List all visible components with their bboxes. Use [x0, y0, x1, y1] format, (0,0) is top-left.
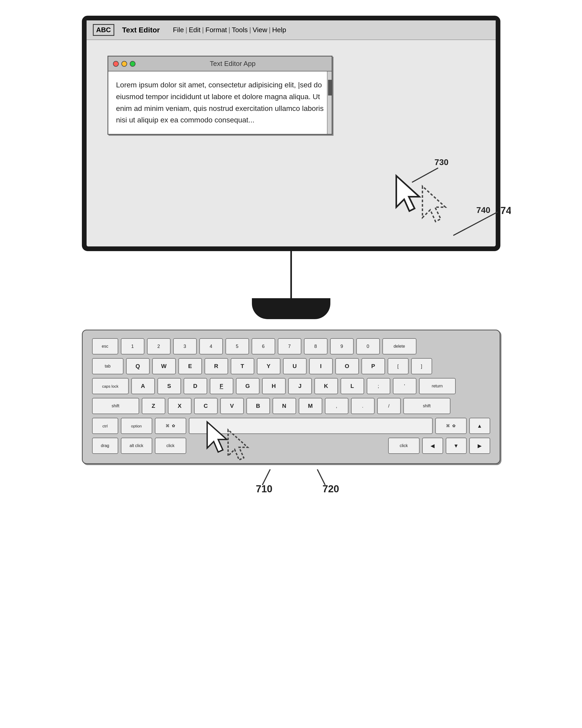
text-710: 710 [256, 484, 272, 494]
keyboard-wrapper: esc 1 2 3 4 5 6 7 8 9 0 delete tab Q W E… [82, 330, 500, 495]
key-ctrl[interactable]: ctrl [92, 418, 118, 434]
keyboard: esc 1 2 3 4 5 6 7 8 9 0 delete tab Q W E… [82, 330, 500, 464]
key-v[interactable]: V [220, 398, 244, 414]
key-8[interactable]: 8 [304, 338, 327, 355]
key-comma[interactable]: , [325, 398, 348, 414]
key-7[interactable]: 7 [278, 338, 301, 355]
key-click-right[interactable]: click [388, 438, 420, 454]
key-capslock[interactable]: caps lock [92, 378, 129, 394]
keyboard-cursor-svg [197, 419, 270, 461]
key-i[interactable]: I [309, 358, 333, 374]
key-esc[interactable]: esc [92, 338, 118, 355]
traffic-light-red[interactable] [113, 61, 119, 67]
menu-tools[interactable]: Tools [232, 26, 248, 34]
menu-bar: ABC Text Editor File | Edit | Format | T… [86, 20, 496, 40]
key-g[interactable]: G [236, 378, 260, 394]
key-f[interactable]: F [210, 378, 233, 394]
key-return[interactable]: return [419, 378, 456, 394]
menu-view[interactable]: View [253, 26, 267, 34]
key-lbracket[interactable]: [ [388, 358, 408, 374]
menu-help[interactable]: Help [272, 26, 286, 34]
key-e[interactable]: E [178, 358, 202, 374]
key-2[interactable]: 2 [147, 338, 170, 355]
key-arrow-right[interactable]: ▶ [469, 438, 490, 454]
key-tab[interactable]: tab [92, 358, 124, 374]
key-cmd-left[interactable]: ⌘ ✿ [155, 418, 186, 434]
key-shift-left[interactable]: shift [92, 398, 139, 414]
kb-cursor-solid [207, 422, 227, 452]
kb-row-1: esc 1 2 3 4 5 6 7 8 9 0 delete [92, 338, 490, 355]
kb-row-3: caps lock A S D F G H J K L ; ' return [92, 378, 490, 394]
key-u[interactable]: U [283, 358, 307, 374]
key-w[interactable]: W [152, 358, 176, 374]
key-l[interactable]: L [341, 378, 364, 394]
app-window: Text Editor App Lorem ipsum dolor sit am… [107, 56, 333, 135]
key-x[interactable]: X [168, 398, 191, 414]
key-d[interactable]: D [184, 378, 207, 394]
key-9[interactable]: 9 [330, 338, 354, 355]
key-semicolon[interactable]: ; [367, 378, 390, 394]
key-a[interactable]: A [131, 378, 155, 394]
key-z[interactable]: Z [142, 398, 165, 414]
key-arrow-left[interactable]: ◀ [422, 438, 443, 454]
key-slash[interactable]: / [377, 398, 401, 414]
traffic-light-yellow[interactable] [122, 61, 127, 67]
key-space-cursor [189, 438, 386, 454]
key-5[interactable]: 5 [226, 338, 249, 355]
key-cmd-right[interactable]: ⌘ ✿ [435, 418, 467, 434]
monitor-stand-base [252, 298, 330, 319]
menu-edit[interactable]: Edit [189, 26, 201, 34]
keyboard-label-svg: 710 720 [186, 469, 396, 495]
line-710 [262, 469, 270, 485]
sep5: | [269, 26, 271, 34]
key-o[interactable]: O [335, 358, 359, 374]
cursor-solid-arrow [396, 176, 419, 211]
key-delete[interactable]: delete [382, 338, 417, 355]
label-740-text: 740 [500, 205, 511, 216]
key-s[interactable]: S [157, 378, 181, 394]
key-3[interactable]: 3 [173, 338, 197, 355]
page-container: ABC Text Editor File | Edit | Format | T… [21, 16, 561, 495]
key-6[interactable]: 6 [252, 338, 275, 355]
sep4: | [249, 26, 251, 34]
menu-format[interactable]: Format [205, 26, 227, 34]
scrollbar-thumb[interactable] [328, 80, 332, 96]
key-rbracket[interactable]: ] [411, 358, 432, 374]
app-window-body[interactable]: Lorem ipsum dolor sit amet, consectetur … [108, 71, 332, 134]
key-0[interactable]: 0 [356, 338, 380, 355]
key-m[interactable]: M [299, 398, 322, 414]
menu-app-name: Text Editor [122, 26, 160, 34]
key-1[interactable]: 1 [121, 338, 144, 355]
key-arrow-down[interactable]: ▼ [446, 438, 467, 454]
app-window-title: Text Editor App [139, 60, 327, 68]
menu-file[interactable]: File [173, 26, 184, 34]
key-p[interactable]: P [362, 358, 385, 374]
key-q[interactable]: Q [126, 358, 150, 374]
key-click-left[interactable]: click [155, 438, 186, 454]
key-alt-click[interactable]: alt click [121, 438, 152, 454]
key-period[interactable]: . [351, 398, 375, 414]
scrollbar[interactable] [327, 71, 332, 134]
key-shift-right[interactable]: shift [403, 398, 450, 414]
key-drag[interactable]: drag [92, 438, 118, 454]
key-n[interactable]: N [272, 398, 296, 414]
key-k[interactable]: K [314, 378, 338, 394]
kb-row-2: tab Q W E R T Y U I O P [ ] [92, 358, 490, 374]
key-option[interactable]: option [121, 418, 152, 434]
key-y[interactable]: Y [257, 358, 281, 374]
sep1: | [185, 26, 187, 34]
key-quote[interactable]: ' [393, 378, 417, 394]
key-b[interactable]: B [246, 398, 270, 414]
key-arrow-up-placeholder[interactable]: ▲ [469, 418, 490, 434]
app-window-titlebar: Text Editor App [108, 56, 332, 71]
key-4[interactable]: 4 [199, 338, 223, 355]
key-j[interactable]: J [288, 378, 312, 394]
key-c[interactable]: C [194, 398, 218, 414]
monitor-stand-neck [290, 251, 292, 298]
key-h[interactable]: H [262, 378, 286, 394]
text-720: 720 [322, 484, 339, 494]
key-r[interactable]: R [205, 358, 228, 374]
key-t[interactable]: T [231, 358, 254, 374]
traffic-light-green[interactable] [130, 61, 135, 67]
menu-items: File | Edit | Format | Tools | View | He… [173, 26, 286, 34]
